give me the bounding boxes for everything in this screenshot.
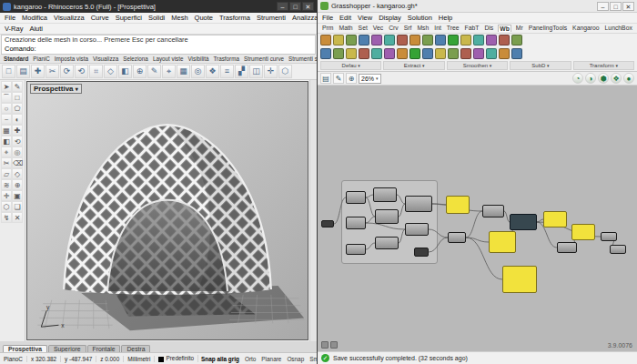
palette-group-transform[interactable]: Transform ▾: [573, 61, 634, 70]
rhino-tool-icon-15[interactable]: ≡: [220, 65, 234, 78]
grasshopper-canvas[interactable]: 3.9.0076: [318, 86, 637, 351]
component-icon-6[interactable]: [397, 48, 408, 59]
rhino-toolbar-tab-strumenti-curve[interactable]: Strumenti curve: [244, 56, 284, 62]
command-prompt[interactable]: Comando:: [5, 45, 312, 54]
component-icon-2[interactable]: [346, 48, 357, 59]
rhino-toolbar-tab-trasforma[interactable]: Trasforma: [213, 56, 238, 62]
maximize-button[interactable]: □: [289, 2, 301, 11]
graph-component-node-8[interactable]: [346, 244, 366, 255]
graph-component-node-18[interactable]: [557, 242, 577, 253]
status-toggle-orto[interactable]: Orto: [242, 356, 258, 362]
canvas-display-icon-3[interactable]: ❖: [611, 73, 622, 84]
rhino-menu-trasforma[interactable]: Trasforma: [219, 14, 250, 22]
rhino-toolbar-tab-seleziona[interactable]: Seleziona: [123, 56, 148, 62]
view-tab-frontale[interactable]: Frontale: [87, 345, 121, 352]
rhino-side-tool-icon-25[interactable]: ✕: [12, 212, 23, 223]
rhino-tool-icon-1[interactable]: ▤: [16, 65, 30, 78]
minimize-button[interactable]: –: [597, 2, 609, 11]
rhino-side-tool-icon-20[interactable]: ✛: [1, 190, 12, 201]
graph-panel-node-13[interactable]: [489, 231, 516, 253]
rhino-menu-analizza[interactable]: Analizza: [292, 14, 318, 22]
rhino-tool-icon-9[interactable]: ⊕: [133, 65, 147, 78]
component-icon-11[interactable]: [460, 48, 471, 59]
gh-menu-solution[interactable]: Solution: [408, 14, 432, 22]
rhino-side-tool-icon-24[interactable]: ↯: [1, 212, 12, 223]
status-toggle-snap-alla-grig[interactable]: Snap alla grig: [198, 356, 242, 362]
palette-group-subd[interactable]: SubD ▾: [510, 61, 571, 70]
gh-ribbon-tab-math[interactable]: Math: [338, 25, 353, 32]
component-icon-7[interactable]: [410, 35, 420, 46]
canvas-widget-icon[interactable]: [330, 341, 338, 349]
view-tab-superiore[interactable]: Superiore: [48, 345, 86, 352]
rhino-tool-icon-7[interactable]: ◇: [104, 65, 117, 78]
status-toggle-planare[interactable]: Planare: [258, 356, 284, 362]
cplane-button[interactable]: PianoC: [0, 356, 27, 362]
graph-component-node-15[interactable]: [510, 214, 537, 230]
rhino-tool-icon-12[interactable]: ▦: [177, 65, 190, 78]
gh-menu-help[interactable]: Help: [439, 14, 452, 22]
rhino-side-tool-icon-18[interactable]: ≋: [1, 179, 12, 190]
rhino-tool-icon-5[interactable]: ⟲: [75, 65, 88, 78]
rhino-side-tool-icon-22[interactable]: ⬡: [1, 201, 12, 212]
gh-ribbon-tab-kangaroo[interactable]: Kangaroo: [571, 25, 600, 32]
rhino-side-tool-icon-9[interactable]: ✚: [12, 125, 23, 136]
graph-component-node-1[interactable]: [346, 191, 366, 204]
palette-group-extract[interactable]: Extract ▾: [383, 61, 444, 70]
rhino-side-tool-icon-15[interactable]: ⌫: [12, 157, 23, 168]
minimize-button[interactable]: –: [277, 2, 288, 11]
rhino-tool-icon-19[interactable]: ⬡: [278, 65, 292, 78]
graph-panel-node-17[interactable]: [571, 224, 595, 240]
graph-component-node-6[interactable]: [405, 223, 429, 236]
component-icon-15[interactable]: [511, 35, 522, 46]
view-tab-prospettiva[interactable]: Prospettiva: [3, 345, 47, 352]
rhino-side-tool-icon-10[interactable]: ◧: [1, 136, 12, 147]
rhino-side-tool-icon-11[interactable]: ⟲: [12, 136, 23, 147]
canvas-display-icon-2[interactable]: ⬢: [598, 73, 609, 84]
group-dropdown-arrow-icon[interactable]: ▾: [422, 63, 425, 68]
rhino-side-tool-icon-13[interactable]: ◎: [12, 147, 23, 157]
component-icon-4[interactable]: [371, 35, 382, 46]
rhino-command-area[interactable]: Creazione delle mesh in corso... Premere…: [1, 35, 316, 55]
component-icon-1[interactable]: [333, 48, 344, 59]
palette-group-smoothen[interactable]: Smoothen ▾: [447, 61, 508, 70]
graph-component-node-19[interactable]: [601, 232, 617, 241]
component-icon-8[interactable]: [422, 48, 433, 59]
graph-component-node-4[interactable]: [346, 217, 366, 229]
rhino-toolbar-tab-imposta-vista[interactable]: Imposta vista: [55, 56, 88, 62]
rhino-side-tool-icon-0[interactable]: ➤: [1, 81, 12, 92]
graph-component-node-5[interactable]: [405, 196, 432, 212]
graph-component-node-12[interactable]: [482, 205, 504, 217]
gh-ribbon-tab-tree[interactable]: Tree: [446, 25, 460, 32]
canvas-tool-icon-2[interactable]: ⊕: [346, 73, 357, 84]
rhino-side-tool-icon-6[interactable]: ~: [1, 114, 12, 125]
close-button[interactable]: ✕: [622, 2, 634, 11]
group-dropdown-arrow-icon[interactable]: ▾: [490, 63, 492, 68]
rhino-menu-solidi[interactable]: Solidi: [148, 14, 165, 22]
rhino-side-tool-icon-17[interactable]: ◇: [12, 168, 23, 179]
graph-component-node-9[interactable]: [414, 248, 429, 257]
gh-ribbon-tab-msh[interactable]: Msh: [416, 25, 430, 32]
rhino-menu-curve[interactable]: Curve: [91, 14, 109, 22]
canvas-display-icon-0[interactable]: ◔: [572, 73, 583, 84]
gh-menu-view[interactable]: View: [358, 14, 372, 22]
canvas-display-icon-1[interactable]: ◑: [585, 73, 596, 84]
group-dropdown-arrow-icon[interactable]: ▾: [615, 63, 618, 68]
rhino-menu-modifica[interactable]: Modifica: [22, 14, 47, 22]
component-icon-4[interactable]: [371, 48, 382, 59]
component-icon-7[interactable]: [410, 48, 420, 59]
graph-component-node-0[interactable]: [321, 220, 334, 228]
component-icon-11[interactable]: [460, 35, 471, 46]
component-icon-12[interactable]: [473, 35, 484, 46]
rhino-tool-icon-10[interactable]: ✎: [147, 65, 161, 78]
rhino-side-tool-icon-12[interactable]: ⌖: [1, 147, 12, 157]
rhino-side-tool-icon-19[interactable]: ⊕: [12, 179, 23, 190]
rhino-tool-icon-13[interactable]: ◎: [191, 65, 205, 78]
viewport-menu-arrow-icon[interactable]: ▾: [76, 86, 78, 92]
gh-ribbon-tab-vec[interactable]: Vec: [372, 25, 384, 32]
rhino-right-panel-strip[interactable]: [309, 80, 317, 341]
rhino-side-tool-icon-16[interactable]: ▱: [1, 168, 12, 179]
component-icon-13[interactable]: [486, 48, 497, 59]
component-icon-10[interactable]: [448, 35, 459, 46]
palette-group-defau[interactable]: Defau ▾: [320, 61, 381, 70]
group-dropdown-arrow-icon[interactable]: ▾: [358, 63, 360, 68]
